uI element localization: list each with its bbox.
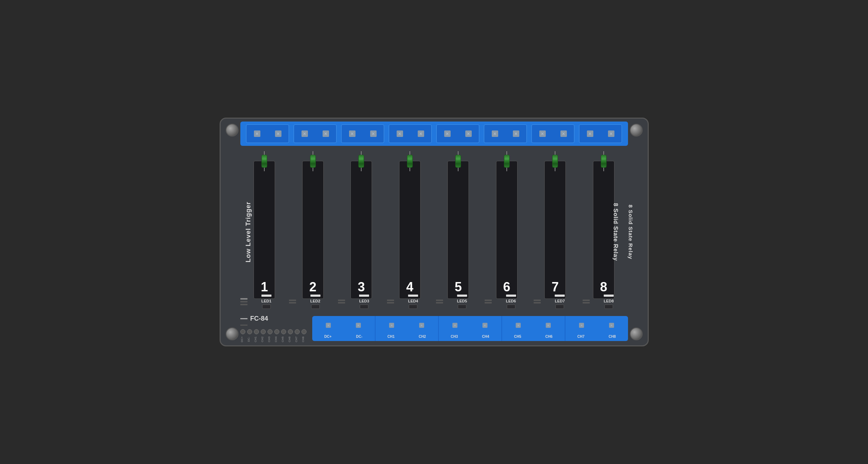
mini-led <box>338 300 345 301</box>
lead <box>603 151 604 155</box>
pin-ch6 <box>288 329 293 334</box>
led-label-7: LED7 <box>555 299 565 303</box>
brc-label-ch6: CH6 <box>545 335 553 340</box>
pin-label-ch5: CH5 <box>281 336 286 342</box>
pin-ch2 <box>261 329 266 334</box>
led-bar-5 <box>457 295 467 297</box>
resistor-1 <box>261 151 268 171</box>
resistor-body <box>455 155 461 168</box>
lead <box>264 168 265 171</box>
top-connector-5 <box>436 124 479 143</box>
top-connector-2 <box>294 124 337 143</box>
brc-label-ch8: CH8 <box>609 335 616 340</box>
led-label-4: LED4 <box>408 299 418 303</box>
brc-label-ch7: CH7 <box>577 335 584 340</box>
led-bar-1 <box>261 295 271 297</box>
brc-block-ch56: × × CH5 CH6 <box>502 316 565 341</box>
resistor-2 <box>310 151 316 171</box>
mini-led <box>387 302 394 303</box>
resistor-4 <box>407 151 413 171</box>
resistor-body <box>601 155 607 168</box>
led-group-8: LED8 <box>590 295 628 309</box>
pin-label-ch4: CH4 <box>274 336 279 342</box>
lead <box>603 168 604 171</box>
led-group-2: LED2 <box>296 295 334 309</box>
lead <box>458 151 458 155</box>
led-bar-2 <box>310 295 320 297</box>
pin-ch8 <box>301 329 307 334</box>
led-connector-8 <box>604 305 613 309</box>
led-bar-8 <box>604 295 614 297</box>
pin <box>587 130 593 137</box>
fc84-dash <box>240 318 247 319</box>
lead <box>506 151 507 155</box>
pin <box>539 130 546 137</box>
pin <box>492 130 498 137</box>
bottom-left-pins <box>240 329 307 334</box>
mini-led <box>485 302 492 303</box>
led-indicator-left <box>240 298 247 300</box>
resistor-body <box>358 155 364 168</box>
mini-led <box>289 302 296 303</box>
lead <box>313 168 313 171</box>
led-connector-4 <box>409 305 417 309</box>
led-bar-4 <box>408 295 418 297</box>
slider-track-8 <box>593 161 614 299</box>
brc-pins: × × <box>312 316 375 335</box>
pin <box>323 130 329 137</box>
brc-block-ch34: × × CH3 CH4 <box>439 316 502 341</box>
fc84-label: FC-84 <box>250 315 268 322</box>
led-label-1: LED1 <box>261 299 271 303</box>
pin-ch4 <box>274 329 279 334</box>
channel-7: 7 <box>531 150 580 299</box>
lead <box>555 168 555 171</box>
top-connector-1 <box>246 124 289 143</box>
brc-label-dc-minus: DC- <box>356 335 362 340</box>
lead <box>410 151 410 155</box>
pin-label-ch6: CH6 <box>288 336 293 342</box>
lead <box>410 168 410 171</box>
lead <box>555 151 555 155</box>
led-connector-3 <box>360 305 368 309</box>
top-connector-7 <box>531 124 574 143</box>
lead <box>313 151 313 155</box>
pin-label-ch8: CH8 <box>301 336 307 342</box>
channel-1: 1 <box>240 150 289 299</box>
fc84-area: FC-84 DC+ <box>240 315 307 342</box>
brc-pin: × <box>546 323 551 328</box>
channel-3: 3 <box>337 150 386 299</box>
fc84-bar <box>240 325 247 326</box>
channel-2: 2 <box>289 150 337 299</box>
lead <box>264 151 265 155</box>
lead <box>361 151 362 155</box>
brc-block-power: × × DC+ DC- <box>312 316 376 341</box>
led-connector-5 <box>458 305 466 309</box>
channel-8: 8 <box>579 150 628 299</box>
led-label-3: LED3 <box>359 299 369 303</box>
fc84-label-row: FC-84 <box>240 315 307 322</box>
led-group-1: LED1 <box>247 295 286 309</box>
mini-led <box>583 300 590 301</box>
slider-track-6 <box>496 161 518 299</box>
resistor-6 <box>504 151 510 171</box>
screw-bottom-left <box>226 327 239 340</box>
mini-led <box>289 300 296 301</box>
pin-ch5 <box>281 329 286 334</box>
screw-bottom-right <box>630 327 643 340</box>
brc-pin: × <box>419 323 424 328</box>
slider-track-4 <box>399 161 421 299</box>
channel-5: 5 <box>434 150 483 299</box>
brc-pin: × <box>356 323 361 328</box>
channels-area: 1 2 <box>240 150 628 299</box>
pin <box>465 130 472 137</box>
brc-pin: × <box>482 323 487 328</box>
resistor-body <box>310 155 316 168</box>
led-label-2: LED2 <box>310 299 320 303</box>
bottom-right-connector: × × DC+ DC- × × CH1 CH2 <box>312 316 628 341</box>
brc-label-ch4: CH4 <box>482 335 489 340</box>
screw-top-left <box>226 124 239 137</box>
lead <box>361 168 362 171</box>
brc-pin: × <box>326 323 331 328</box>
resistor-7 <box>552 151 558 171</box>
brc-pins: × × <box>376 316 438 335</box>
